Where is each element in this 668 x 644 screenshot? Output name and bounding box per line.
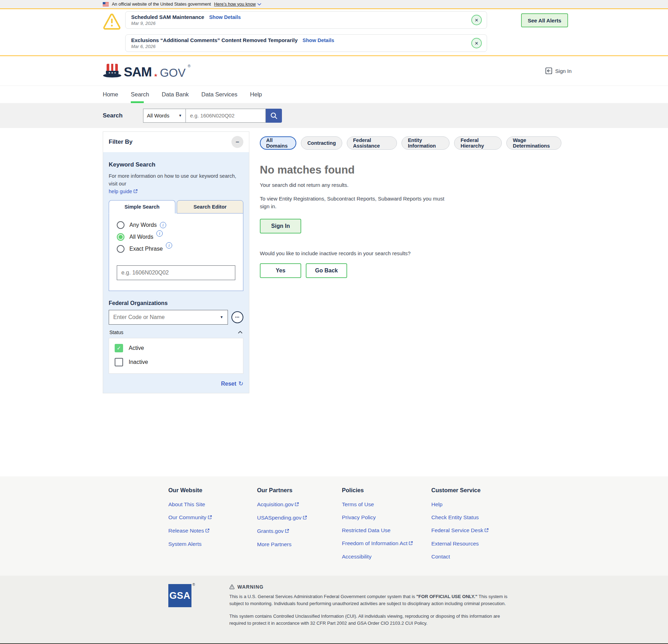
footer-link-more-partners[interactable]: More Partners bbox=[257, 541, 342, 548]
reset-icon: ↻ bbox=[238, 380, 243, 387]
status-section-toggle[interactable]: Status bbox=[109, 330, 243, 335]
info-icon[interactable]: i bbox=[160, 222, 166, 228]
how-you-know-link[interactable]: Here’s how you know bbox=[214, 2, 262, 7]
gov-banner: An official website of the United States… bbox=[0, 0, 668, 9]
footer-link-terms-of-use[interactable]: Terms of Use bbox=[342, 501, 431, 508]
svg-text:★ ★ ★: ★ ★ ★ bbox=[108, 72, 116, 74]
sign-in-note: To view Entity Registrations, Subcontrac… bbox=[260, 195, 449, 210]
keyword-input[interactable] bbox=[117, 265, 235, 280]
checkbox-active[interactable]: ✓ Active bbox=[115, 344, 237, 352]
alert-title: Scheduled SAM Maintenance bbox=[131, 14, 204, 20]
info-icon[interactable]: i bbox=[156, 230, 163, 237]
radio-any-words[interactable] bbox=[117, 221, 124, 229]
see-all-alerts-button[interactable]: See All Alerts bbox=[521, 13, 568, 27]
caret-down-icon: ▼ bbox=[178, 114, 182, 117]
footer-link-grants-gov[interactable]: Grants.gov bbox=[257, 528, 342, 535]
search-mode-select[interactable]: All Words ▼ bbox=[143, 109, 186, 123]
go-back-button[interactable]: Go Back bbox=[306, 263, 347, 278]
external-link-icon bbox=[208, 515, 212, 521]
footer-column-customer-service: Customer Service Help Check Entity Statu… bbox=[431, 487, 489, 567]
domain-tab-contracting[interactable]: Contracting bbox=[301, 136, 342, 150]
alert-card: Scheduled SAM Maintenance Show Details M… bbox=[125, 11, 487, 29]
logo-text-gov: GOV bbox=[160, 67, 185, 79]
chevron-up-icon bbox=[238, 331, 243, 334]
footer-link-check-entity-status[interactable]: Check Entity Status bbox=[431, 514, 489, 521]
show-details-link[interactable]: Show Details bbox=[209, 14, 241, 20]
main-nav: Home Search Data Bank Data Services Help bbox=[0, 86, 668, 103]
checkbox-inactive[interactable]: Inactive bbox=[115, 358, 237, 366]
help-guide-link[interactable]: help guide bbox=[109, 189, 132, 194]
domain-tab-federal-assistance[interactable]: Federal Assistance bbox=[347, 136, 397, 150]
domain-tab-entity-information[interactable]: Entity Information bbox=[402, 136, 450, 150]
external-link-icon bbox=[303, 515, 307, 521]
search-button[interactable] bbox=[266, 109, 282, 123]
reset-filters-link[interactable]: Reset↻ bbox=[221, 381, 243, 387]
footer-link-contact[interactable]: Contact bbox=[431, 554, 489, 560]
gsa-logo: GSA ® bbox=[168, 584, 191, 633]
status-box: ✓ Active Inactive bbox=[109, 338, 243, 374]
no-results-message: Your search did not return any results. bbox=[260, 182, 561, 188]
domain-tab-federal-hierarchy[interactable]: Federal Hierarchy bbox=[454, 136, 502, 150]
sam-gov-logo[interactable]: ★ ★ ★ SAM★GOV® bbox=[103, 63, 190, 79]
header-sign-in-link[interactable]: Sign In bbox=[545, 67, 572, 74]
external-link-icon bbox=[205, 528, 210, 534]
search-label: Search bbox=[103, 112, 143, 119]
footer-column-title: Our Partners bbox=[257, 487, 342, 494]
nav-item-data-bank[interactable]: Data Bank bbox=[162, 86, 189, 103]
sign-in-button[interactable]: Sign In bbox=[260, 219, 301, 233]
show-details-link[interactable]: Show Details bbox=[303, 38, 334, 43]
external-link-icon bbox=[484, 528, 489, 534]
search-bar: Search All Words ▼ bbox=[0, 103, 668, 128]
footer-link-system-alerts[interactable]: System Alerts bbox=[168, 541, 257, 547]
minus-icon: − bbox=[236, 138, 239, 146]
footer-link-external-resources[interactable]: External Resources bbox=[431, 541, 489, 547]
external-link-icon bbox=[285, 528, 289, 535]
empty-checkbox bbox=[115, 358, 123, 366]
nav-item-home[interactable]: Home bbox=[103, 86, 118, 103]
federal-organizations-heading: Federal Organizations bbox=[109, 300, 243, 306]
domain-tab-wage-determinations[interactable]: Wage Determinations bbox=[506, 136, 561, 150]
nav-item-data-services[interactable]: Data Services bbox=[201, 86, 237, 103]
footer-link-our-community[interactable]: Our Community bbox=[168, 514, 257, 521]
filter-by-title: Filter By bbox=[109, 138, 133, 145]
close-icon[interactable]: × bbox=[471, 38, 482, 48]
footer-link-help[interactable]: Help bbox=[431, 501, 489, 508]
footer-link-restricted-data-use[interactable]: Restricted Data Use bbox=[342, 527, 431, 534]
sign-in-icon bbox=[545, 67, 552, 74]
nav-item-search[interactable]: Search bbox=[131, 86, 149, 103]
footer-column-title: Policies bbox=[342, 487, 431, 494]
search-input[interactable] bbox=[186, 109, 266, 123]
radio-all-words[interactable] bbox=[117, 233, 124, 241]
domain-tab-all-domains[interactable]: All Domains bbox=[260, 136, 296, 150]
footer-link-accessibility[interactable]: Accessibility bbox=[342, 554, 431, 560]
tab-search-editor[interactable]: Search Editor bbox=[177, 200, 243, 213]
footer-column-title: Customer Service bbox=[431, 487, 489, 494]
info-icon[interactable]: i bbox=[166, 242, 172, 249]
footer-link-release-notes[interactable]: Release Notes bbox=[168, 528, 257, 534]
nav-item-help[interactable]: Help bbox=[250, 86, 262, 103]
results-area: All Domains Contracting Federal Assistan… bbox=[260, 131, 561, 278]
footer-link-foia[interactable]: Freedom of Information Act bbox=[342, 540, 431, 547]
collapse-filter-button[interactable]: − bbox=[231, 136, 243, 148]
footer-link-federal-service-desk[interactable]: Federal Service Desk bbox=[431, 527, 489, 534]
footer-link-about-this-site[interactable]: About This Site bbox=[168, 501, 257, 508]
domain-tabs: All Domains Contracting Federal Assistan… bbox=[260, 136, 561, 150]
tab-simple-search[interactable]: Simple Search bbox=[109, 200, 175, 213]
yes-button[interactable]: Yes bbox=[260, 263, 301, 278]
close-icon[interactable]: × bbox=[471, 15, 482, 25]
keyword-search-heading: Keyword Search bbox=[109, 161, 243, 168]
footer-link-usaspending-gov[interactable]: USASpending.gov bbox=[257, 515, 342, 521]
federal-organizations-select[interactable]: Enter Code or Name ▼ bbox=[109, 310, 228, 325]
caret-down-icon: ▼ bbox=[220, 315, 223, 319]
footer-link-acquisition-gov[interactable]: Acquisition.gov bbox=[257, 501, 342, 508]
footer-column-our-website: Our Website About This Site Our Communit… bbox=[168, 487, 257, 567]
no-matches-heading: No matches found bbox=[260, 164, 561, 176]
logo-star-icon: ★ bbox=[154, 73, 158, 79]
radio-exact-phrase[interactable] bbox=[117, 245, 124, 253]
more-options-button[interactable]: ••• bbox=[231, 311, 243, 323]
footer-link-privacy-policy[interactable]: Privacy Policy bbox=[342, 514, 431, 521]
logo-text-sam: SAM bbox=[124, 66, 151, 79]
logo-registered-mark: ® bbox=[188, 64, 190, 68]
gsa-registered-mark: ® bbox=[193, 583, 195, 587]
chevron-down-icon bbox=[257, 3, 261, 6]
